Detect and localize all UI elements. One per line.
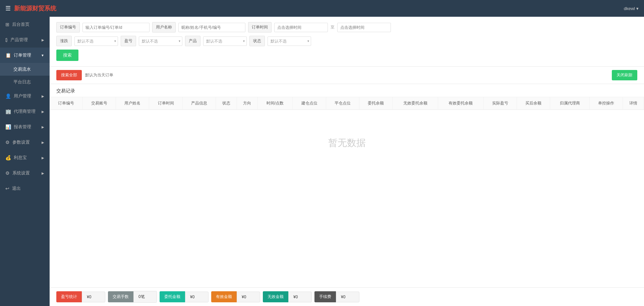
status-label: 状态 <box>249 36 265 46</box>
sidebar-item-dashboard[interactable]: ⊞ 后台首页 <box>0 17 50 32</box>
stat-entrust-amount-value: ¥0 <box>185 292 209 302</box>
col-direction: 方向 <box>237 97 258 110</box>
stat-profit-loss-label: 盈亏统计 <box>56 291 82 302</box>
system-icon: ⚙ <box>5 170 10 176</box>
order-time-label: 订单时间 <box>248 22 272 32</box>
dashboard-icon: ⊞ <box>5 22 9 27</box>
stat-profit-loss-value: ¥0 <box>82 292 105 302</box>
sidebar-item-logout[interactable]: ↩ 退出 <box>0 181 50 196</box>
sidebar-item-label: 用户管理 <box>14 93 31 99</box>
sidebar-sub-item-transaction[interactable]: 交易流水 <box>0 63 50 76</box>
status-select-wrapper: 默认不选 ▾ <box>268 36 311 46</box>
sidebar-item-order[interactable]: 📋 订单管理 ▼ <box>0 48 50 63</box>
col-agent: 归属代理商 <box>550 97 590 110</box>
time-end-input[interactable] <box>337 23 391 32</box>
profit-loss-select[interactable]: 默认不选 <box>139 36 182 46</box>
sidebar-item-report[interactable]: 📊 报表管理 ▶ <box>0 119 50 135</box>
col-open-position: 建仓点位 <box>293 97 326 110</box>
product-select[interactable]: 默认不选 <box>203 36 247 46</box>
empty-state: 暂无数据 <box>50 110 644 176</box>
sidebar-item-user[interactable]: 👤 用户管理 ▶ <box>0 88 50 104</box>
stat-entrust-amount: 委托金额 ¥0 <box>160 291 209 302</box>
col-valid-entrust: 有效委托余额 <box>438 97 484 110</box>
time-start-input[interactable] <box>274 23 328 32</box>
filter-row-3: 搜索 <box>56 50 637 61</box>
chevron-right-icon: ▶ <box>42 110 44 113</box>
stat-invalid-amount: 无效金额 ¥0 <box>263 291 312 302</box>
order-number-input[interactable] <box>82 23 150 32</box>
profit-loss-label: 盈亏 <box>121 36 136 46</box>
report-icon: 📊 <box>5 124 11 130</box>
sidebar-item-params[interactable]: ⚙ 参数设置 ▶ <box>0 135 50 150</box>
stat-trade-count-value: 0笔 <box>133 291 157 303</box>
col-close-position: 平仓点位 <box>326 97 359 110</box>
action-bar-left: 搜索全部 默认为当天订单 <box>56 70 113 80</box>
close-refresh-button[interactable]: 关闭刷新 <box>612 70 637 80</box>
profit-loss-select-wrapper: 默认不选 ▾ <box>139 36 182 46</box>
params-icon: ⚙ <box>5 140 10 145</box>
sidebar-sub-item-platform-log[interactable]: 平台日志 <box>0 76 50 88</box>
sidebar-item-label: 产品管理 <box>10 37 28 43</box>
user-icon: 👤 <box>5 93 11 99</box>
table-title: 交易记录 <box>50 84 644 97</box>
menu-icon[interactable]: ☰ <box>5 5 11 12</box>
sidebar-item-agent[interactable]: 🏢 代理商管理 ▶ <box>0 104 50 119</box>
username-label: 用户名称 <box>152 22 176 32</box>
sidebar-item-lixi[interactable]: 💰 利息宝 ▶ <box>0 150 50 165</box>
stat-valid-amount-value: ¥0 <box>237 292 260 302</box>
sidebar-item-label: 后台首页 <box>12 21 30 27</box>
footer-stats: 盈亏统计 ¥0 交易手数 0笔 委托金额 ¥0 有效金额 ¥0 无效金额 ¥0 … <box>50 287 644 306</box>
lixi-icon: 💰 <box>5 155 11 160</box>
search-all-button[interactable]: 搜索全部 <box>56 70 82 80</box>
date-separator: 至 <box>331 24 335 30</box>
topbar-user[interactable]: dkewl ▾ <box>624 6 639 11</box>
rise-fall-label: 涨跌 <box>56 36 72 46</box>
sidebar-item-label: 订单管理 <box>14 52 31 58</box>
filter-row-2: 涨跌 默认不选 ▾ 盈亏 默认不选 ▾ 产品 默认不选 <box>56 36 637 46</box>
col-detail: 详情 <box>623 97 644 110</box>
stat-fee-value: ¥0 <box>336 292 359 302</box>
order-number-label: 订单编号 <box>56 22 80 32</box>
order-icon: 📋 <box>5 53 11 58</box>
col-order-number: 订单编号 <box>50 97 82 110</box>
chevron-right-icon: ▶ <box>42 94 44 98</box>
stat-invalid-amount-label: 无效金额 <box>263 291 288 302</box>
filter-area: 订单编号 用户名称 订单时间 至 涨跌 默认不选 ▾ 盈亏 <box>50 17 644 67</box>
stat-fee: 手续费 ¥0 <box>314 291 359 302</box>
sidebar: ⊞ 后台首页 ₿ 产品管理 ▶ 📋 订单管理 ▼ 交易流水 平台日志 👤 用户管… <box>0 17 50 306</box>
sidebar-item-system[interactable]: ⚙ 系统设置 ▶ <box>0 165 50 181</box>
col-time-points: 时间/点数 <box>258 97 293 110</box>
product-select-wrapper: 默认不选 ▾ <box>203 36 247 46</box>
sidebar-item-label: 系统设置 <box>12 170 30 176</box>
app-title: 新能源财贸系统 <box>14 4 56 12</box>
product-icon: ₿ <box>5 37 8 43</box>
action-bar: 搜索全部 默认为当天订单 关闭刷新 <box>50 67 644 84</box>
col-order-time: 订单时间 <box>149 97 182 110</box>
sidebar-item-label: 退出 <box>12 185 21 192</box>
status-select[interactable]: 默认不选 <box>268 36 311 46</box>
stat-entrust-amount-label: 委托金额 <box>160 291 185 302</box>
chevron-right-icon: ▶ <box>42 156 44 160</box>
stat-trade-count-label: 交易手数 <box>108 291 133 302</box>
col-actual-profit-loss: 实际盈亏 <box>483 97 517 110</box>
sidebar-item-label: 利息宝 <box>14 155 27 161</box>
username-input[interactable] <box>178 23 245 32</box>
topbar-left: ☰ 新能源财贸系统 <box>5 4 56 12</box>
sidebar-item-label: 报表管理 <box>14 124 31 130</box>
filter-row-1: 订单编号 用户名称 订单时间 至 <box>56 22 637 32</box>
stat-valid-amount: 有效金额 ¥0 <box>211 291 260 302</box>
col-entrust-balance: 委托余额 <box>359 97 392 110</box>
sidebar-item-label: 代理商管理 <box>14 108 36 114</box>
layout: ⊞ 后台首页 ₿ 产品管理 ▶ 📋 订单管理 ▼ 交易流水 平台日志 👤 用户管… <box>0 17 644 306</box>
sidebar-item-product[interactable]: ₿ 产品管理 ▶ <box>0 32 50 48</box>
chevron-right-icon: ▶ <box>42 125 44 129</box>
logout-icon: ↩ <box>5 186 9 191</box>
search-button[interactable]: 搜索 <box>56 50 78 61</box>
col-single-control: 单控操作 <box>589 97 623 110</box>
col-post-buy-balance: 买后余额 <box>517 97 550 110</box>
rise-fall-select[interactable]: 默认不选 <box>74 36 118 46</box>
col-trade-account: 交易账号 <box>82 97 116 110</box>
col-invalid-entrust: 无效委托余额 <box>393 97 438 110</box>
records-table: 订单编号 交易账号 用户姓名 订单时间 产品信息 状态 方向 时间/点数 建仓点… <box>50 97 644 110</box>
table-wrapper: 订单编号 交易账号 用户姓名 订单时间 产品信息 状态 方向 时间/点数 建仓点… <box>50 97 644 287</box>
